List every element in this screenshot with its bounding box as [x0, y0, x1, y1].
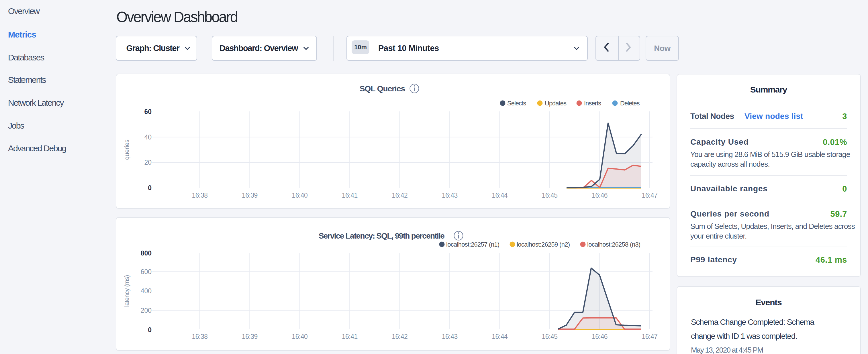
- svg-text:Deletes: Deletes: [620, 100, 640, 107]
- svg-text:600: 600: [141, 268, 152, 276]
- svg-text:16:46: 16:46: [592, 333, 608, 340]
- svg-text:Updates: Updates: [545, 100, 566, 107]
- svg-text:Inserts: Inserts: [584, 100, 601, 107]
- svg-text:16:46: 16:46: [592, 192, 608, 199]
- svg-text:16:47: 16:47: [642, 333, 657, 340]
- svg-text:16:45: 16:45: [542, 192, 558, 199]
- svg-text:40: 40: [144, 133, 152, 141]
- svg-text:localhost:26258 (n3): localhost:26258 (n3): [587, 241, 640, 248]
- svg-text:localhost:26257 (n1): localhost:26257 (n1): [446, 241, 499, 248]
- svg-text:400: 400: [141, 287, 152, 295]
- svg-text:0: 0: [148, 326, 152, 334]
- svg-text:0: 0: [148, 184, 152, 192]
- svg-text:Selects: Selects: [507, 100, 526, 107]
- svg-text:SQL Queries: SQL Queries: [360, 84, 405, 93]
- svg-text:16:41: 16:41: [342, 192, 358, 199]
- svg-text:localhost:26259 (n2): localhost:26259 (n2): [517, 241, 570, 248]
- svg-text:16:40: 16:40: [292, 192, 308, 199]
- svg-text:16:43: 16:43: [442, 333, 458, 340]
- svg-text:16:44: 16:44: [492, 333, 508, 340]
- svg-text:16:42: 16:42: [392, 192, 407, 199]
- svg-text:16:47: 16:47: [642, 192, 657, 199]
- svg-text:16:43: 16:43: [442, 192, 458, 199]
- svg-text:queries: queries: [123, 139, 130, 160]
- svg-text:16:39: 16:39: [242, 333, 258, 340]
- svg-text:16:42: 16:42: [392, 333, 407, 340]
- svg-text:800: 800: [141, 250, 152, 257]
- svg-text:16:45: 16:45: [542, 333, 558, 340]
- svg-text:16:41: 16:41: [342, 333, 358, 340]
- svg-text:16:38: 16:38: [192, 333, 208, 340]
- svg-text:16:44: 16:44: [492, 192, 508, 199]
- svg-text:16:39: 16:39: [242, 192, 258, 199]
- svg-text:200: 200: [141, 307, 152, 314]
- svg-text:16:38: 16:38: [192, 192, 208, 199]
- svg-text:Service Latency: SQL, 99th per: Service Latency: SQL, 99th percentile: [319, 231, 444, 240]
- svg-text:latency (ms): latency (ms): [123, 275, 130, 307]
- svg-text:60: 60: [144, 108, 152, 116]
- svg-text:20: 20: [144, 159, 152, 166]
- svg-text:16:40: 16:40: [292, 333, 308, 340]
